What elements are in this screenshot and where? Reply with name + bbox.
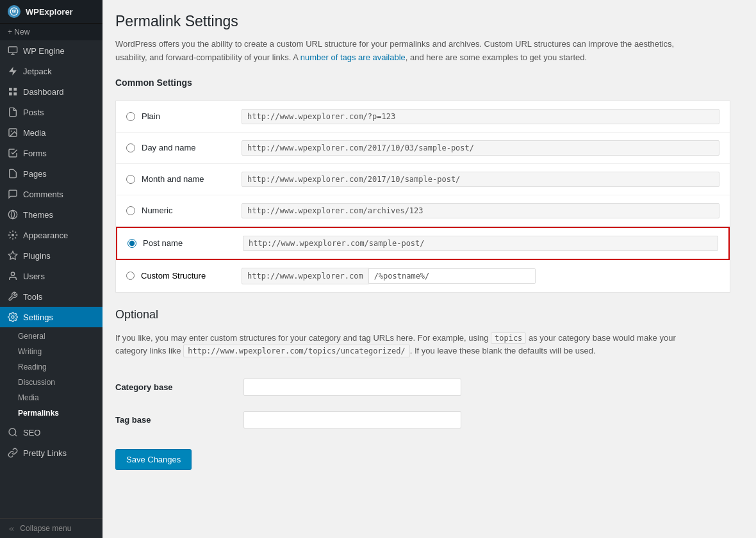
sidebar-item-dashboard[interactable]: Dashboard <box>0 81 103 102</box>
common-settings-title: Common Settings <box>115 77 743 92</box>
label-numeric: Numeric <box>142 206 172 215</box>
subnav-general[interactable]: General <box>0 329 103 344</box>
optional-form-table: Category base Tag base <box>115 371 666 436</box>
custom-structure-inputs: http://www.wpexplorer.com <box>242 268 719 284</box>
optional-url: http://www.wpexplorer.com/topics/uncateg… <box>183 345 410 357</box>
sidebar-header: W WPExplorer <box>0 0 103 24</box>
svg-point-14 <box>9 428 16 436</box>
category-base-label: Category base <box>115 382 173 392</box>
sidebar-item-media[interactable]: Media <box>0 122 103 143</box>
site-name: WPExplorer <box>26 7 73 17</box>
category-base-input[interactable] <box>243 379 461 396</box>
label-plain: Plain <box>142 111 160 121</box>
svg-point-13 <box>12 316 14 318</box>
subnav-writing[interactable]: Writing <box>0 344 103 359</box>
tag-base-row: Tag base <box>115 403 666 436</box>
sidebar-item-forms[interactable]: Forms <box>0 143 103 163</box>
sidebar-item-wp-engine[interactable]: WP Engine <box>0 40 103 61</box>
radio-month-name[interactable] <box>126 175 135 184</box>
svg-rect-5 <box>13 88 17 91</box>
url-post-name: http://www.wpexplorer.com/sample-post/ <box>243 236 718 251</box>
wp-logo: W <box>8 5 21 18</box>
optional-description: If you like, you may enter custom struct… <box>115 332 692 359</box>
svg-rect-4 <box>9 88 12 91</box>
radio-custom[interactable] <box>126 272 135 280</box>
radio-post-name[interactable] <box>127 239 136 248</box>
sidebar-item-tools[interactable]: Tools <box>0 286 103 307</box>
subnav-discussion[interactable]: Discussion <box>0 375 103 390</box>
svg-rect-6 <box>13 92 17 95</box>
svg-rect-7 <box>9 92 12 95</box>
collapse-menu[interactable]: Collapse menu <box>0 518 103 538</box>
sidebar-nav: WP Engine Jetpack Dashboard Posts Media … <box>0 40 103 518</box>
sidebar-item-plugins[interactable]: Plugins <box>0 245 103 266</box>
svg-point-10 <box>8 210 17 218</box>
svg-text:W: W <box>12 9 17 13</box>
sidebar-item-themes[interactable]: Themes <box>0 204 103 225</box>
optional-title: Optional <box>115 308 743 325</box>
sidebar-item-appearance[interactable]: Appearance <box>0 225 103 245</box>
custom-url-input[interactable] <box>369 268 536 284</box>
tag-base-input[interactable] <box>243 411 461 428</box>
sidebar-item-comments[interactable]: Comments <box>0 184 103 204</box>
category-base-row: Category base <box>115 371 666 403</box>
permalink-row-plain: Plain http://www.wpexplorer.com/?p=123 <box>116 101 730 133</box>
label-day-name: Day and name <box>142 143 196 152</box>
url-numeric: http://www.wpexplorer.com/archives/123 <box>242 203 719 218</box>
sidebar-item-pretty-links[interactable]: Pretty Links <box>0 443 103 463</box>
svg-rect-2 <box>8 47 17 53</box>
subnav-permalinks[interactable]: Permalinks <box>0 405 103 421</box>
sidebar: W WPExplorer + New WP Engine Jetpack Das… <box>0 0 103 538</box>
sidebar-item-users[interactable]: Users <box>0 266 103 286</box>
main-content: Permalink Settings WordPress offers you … <box>103 0 756 538</box>
sidebar-item-jetpack[interactable]: Jetpack <box>0 61 103 81</box>
optional-code: topics <box>491 332 526 344</box>
url-day-name: http://www.wpexplorer.com/2017/10/03/sam… <box>242 140 719 156</box>
sidebar-item-settings[interactable]: Settings <box>0 307 103 327</box>
new-button[interactable]: + New <box>8 28 29 37</box>
permalink-row-month-name: Month and name http://www.wpexplorer.com… <box>116 164 730 195</box>
optional-section: Optional If you like, you may enter cust… <box>115 308 743 471</box>
custom-url-base: http://www.wpexplorer.com <box>242 268 369 284</box>
svg-point-12 <box>11 272 14 275</box>
svg-point-11 <box>12 234 14 236</box>
url-plain: http://www.wpexplorer.com/?p=123 <box>242 109 719 124</box>
sidebar-item-seo[interactable]: SEO <box>0 422 103 443</box>
permalink-row-numeric: Numeric http://www.wpexplorer.com/archiv… <box>116 195 730 227</box>
page-title: Permalink Settings <box>115 13 743 30</box>
radio-numeric[interactable] <box>126 206 135 215</box>
tag-base-label: Tag base <box>115 415 151 425</box>
permalink-row-custom: Custom Structure http://www.wpexplorer.c… <box>116 260 730 292</box>
permalink-options-container: Plain http://www.wpexplorer.com/?p=123 D… <box>115 101 730 293</box>
svg-marker-3 <box>9 67 17 75</box>
save-changes-button[interactable]: Save Changes <box>115 449 192 470</box>
radio-day-name[interactable] <box>126 143 135 152</box>
subnav-media[interactable]: Media <box>0 390 103 405</box>
url-month-name: http://www.wpexplorer.com/2017/10/sample… <box>242 172 719 187</box>
top-bar: + New <box>0 24 103 40</box>
radio-plain[interactable] <box>126 112 135 121</box>
label-post-name: Post name <box>143 238 183 248</box>
tags-link[interactable]: number of tags are available <box>300 53 406 62</box>
page-description: WordPress offers you the ability to crea… <box>115 38 692 65</box>
permalink-row-day-name: Day and name http://www.wpexplorer.com/2… <box>116 133 730 164</box>
sidebar-item-posts[interactable]: Posts <box>0 102 103 122</box>
subnav-reading[interactable]: Reading <box>0 359 103 375</box>
settings-sub-nav: General Writing Reading Discussion Media… <box>0 327 103 422</box>
label-month-name: Month and name <box>142 174 204 184</box>
sidebar-item-pages[interactable]: Pages <box>0 163 103 184</box>
permalink-row-post-name: Post name http://www.wpexplorer.com/samp… <box>116 227 730 260</box>
label-custom: Custom Structure <box>141 271 206 281</box>
svg-point-9 <box>11 131 12 132</box>
